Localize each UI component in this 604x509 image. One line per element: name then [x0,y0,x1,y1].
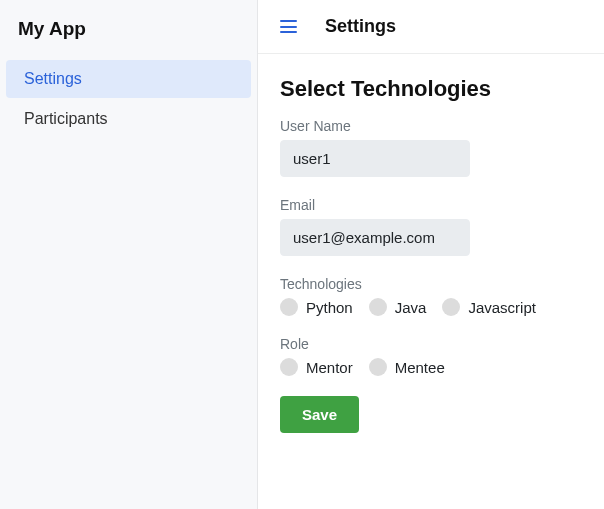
option-label: Python [306,299,353,316]
email-input[interactable] [280,219,470,256]
field-username: User Name [280,118,582,177]
content: Select Technologies User Name Email Tech… [258,54,604,453]
role-option-mentee[interactable]: Mentee [369,358,445,376]
option-label: Mentor [306,359,353,376]
field-role: Role Mentor Mentee [280,336,582,376]
app-title: My App [0,18,257,58]
technology-option-java[interactable]: Java [369,298,427,316]
username-label: User Name [280,118,582,134]
topbar: Settings [258,0,604,54]
option-label: Mentee [395,359,445,376]
option-label: Javascript [468,299,536,316]
main: Settings Select Technologies User Name E… [258,0,604,509]
email-label: Email [280,197,582,213]
section-title: Select Technologies [280,76,582,102]
save-button[interactable]: Save [280,396,359,433]
menu-icon[interactable] [278,18,299,35]
role-label: Role [280,336,582,352]
checkbox-icon [369,298,387,316]
field-email: Email [280,197,582,256]
technology-option-javascript[interactable]: Javascript [442,298,536,316]
checkbox-icon [280,358,298,376]
technologies-label: Technologies [280,276,582,292]
technology-option-python[interactable]: Python [280,298,353,316]
sidebar-item-participants[interactable]: Participants [6,100,251,138]
sidebar: My App Settings Participants [0,0,258,509]
option-label: Java [395,299,427,316]
checkbox-icon [369,358,387,376]
sidebar-item-label: Settings [24,70,82,87]
sidebar-item-settings[interactable]: Settings [6,60,251,98]
page-title: Settings [325,16,396,37]
sidebar-item-label: Participants [24,110,108,127]
role-option-mentor[interactable]: Mentor [280,358,353,376]
username-input[interactable] [280,140,470,177]
checkbox-icon [280,298,298,316]
checkbox-icon [442,298,460,316]
field-technologies: Technologies Python Java Javascript [280,276,582,316]
